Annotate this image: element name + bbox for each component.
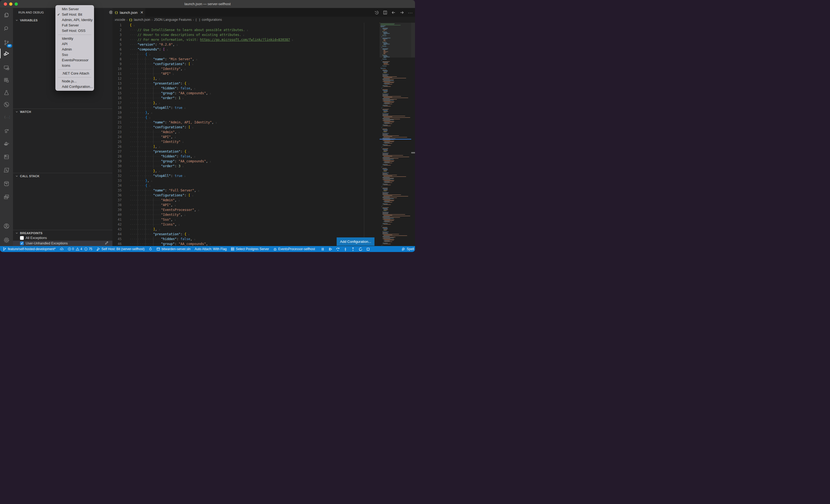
scrollbar-track[interactable] (411, 23, 415, 246)
window-panels-icon[interactable] (0, 192, 13, 202)
line-number[interactable]: 24 (113, 135, 122, 139)
menu-item[interactable]: ✓Self Host: Bit (55, 12, 94, 17)
postgresql-icon[interactable] (0, 178, 13, 189)
code-editor[interactable]: 1{ ↓2····//·Use·IntelliSense·to·learn·ab… (113, 23, 415, 246)
code-line[interactable]: 14················"hidden":·false, ↓ (113, 86, 415, 91)
code-line[interactable]: 31············}, ↓ (113, 169, 415, 173)
code-line[interactable]: 40················"Identity", ↓ (113, 212, 415, 217)
step-out-icon[interactable] (351, 247, 355, 251)
line-number[interactable]: 2 (113, 28, 122, 32)
code-line[interactable]: 34········{ ↓ (113, 183, 415, 188)
code-line[interactable]: 33········}, ↓ (113, 178, 415, 183)
extensions-icon[interactable] (0, 75, 13, 86)
menu-item[interactable]: Icons (55, 63, 94, 68)
breakpoint-all-exceptions[interactable]: All Exceptions (13, 235, 113, 241)
line-number[interactable]: 29 (113, 159, 122, 164)
line-number[interactable]: 4 (113, 37, 122, 42)
line-number[interactable]: 23 (113, 130, 122, 135)
line-number[interactable]: 31 (113, 169, 122, 173)
restart-icon[interactable] (358, 247, 362, 251)
line-number[interactable]: 42 (113, 222, 122, 227)
timeline-history-icon[interactable] (375, 10, 379, 15)
checkbox-unchecked[interactable] (20, 236, 24, 240)
code-line[interactable]: 8············"name":·"Min·Server", ↓ (113, 57, 415, 62)
container-box-icon[interactable] (0, 152, 13, 162)
menu-item[interactable]: Sso (55, 52, 94, 58)
code-line[interactable]: 41················"Sso", ↓ (113, 217, 415, 222)
code-line[interactable]: 17············}, ↓ (113, 100, 415, 105)
line-number[interactable]: 5 (113, 42, 122, 47)
code-line[interactable]: 37················"Admin", ↓ (113, 198, 415, 203)
line-number[interactable]: 7 (113, 52, 122, 57)
more-actions-icon[interactable]: ··· (408, 10, 413, 15)
code-line[interactable]: 21············"name":·"Admin,·API,·Ident… (113, 120, 415, 125)
menu-item[interactable]: EventsProcessor (55, 58, 94, 63)
code-line[interactable]: 3····//·Hover·to·view·descriptions·of·ex… (113, 32, 415, 37)
line-number[interactable]: 35 (113, 188, 122, 193)
code-line[interactable]: 16················"order":·1 ↓ (113, 96, 415, 100)
accounts-icon[interactable] (0, 221, 13, 232)
code-line[interactable]: 43············], ↓ (113, 227, 415, 232)
menu-item[interactable]: API (55, 41, 94, 47)
line-number[interactable]: 13 (113, 81, 122, 86)
line-number[interactable]: 21 (113, 120, 122, 125)
navigate-forward-icon[interactable] (400, 10, 404, 15)
split-editor-icon[interactable] (383, 10, 387, 15)
remote-explorer-icon[interactable] (0, 62, 13, 73)
step-over-icon[interactable] (336, 247, 340, 251)
code-line[interactable]: 36············"configurations":·[ ↓ (113, 193, 415, 198)
menu-item[interactable]: Add Configuration... (55, 84, 94, 90)
edit-pencil-icon[interactable] (104, 241, 108, 246)
braces-extension-icon[interactable]: {..} (0, 111, 13, 122)
checkbox-checked[interactable]: ✓ (20, 241, 24, 245)
code-line[interactable]: 11················"API" ↓ (113, 71, 415, 76)
close-tab-icon[interactable]: ✕ (140, 10, 143, 14)
code-line[interactable]: 26············], ↓ (113, 144, 415, 149)
watch-section-header[interactable]: WATCH (13, 109, 113, 114)
add-configuration-button[interactable]: Add Configuration... (337, 237, 375, 246)
docker-icon[interactable] (0, 138, 13, 149)
menu-item[interactable]: Self Host: OSS (55, 28, 94, 33)
line-number[interactable]: 38 (113, 203, 122, 207)
step-into-icon[interactable] (343, 247, 347, 251)
testing-icon[interactable] (0, 87, 13, 98)
code-line[interactable]: 27············"presentation":·{ ↓ (113, 149, 415, 154)
auto-attach-item[interactable]: Auto Attach: With Flag (195, 247, 227, 251)
line-number[interactable]: 12 (113, 76, 122, 81)
line-number[interactable]: 11 (113, 71, 122, 76)
breadcrumb-provider[interactable]: JSON Language Features (154, 18, 192, 22)
line-number[interactable]: 30 (113, 164, 122, 169)
problems-item[interactable]: 0 4 75 (68, 247, 92, 251)
code-line[interactable]: 7········{ ↓ (113, 52, 415, 57)
line-number[interactable]: 17 (113, 100, 122, 105)
line-number[interactable]: 20 (113, 115, 122, 120)
powershell-icon[interactable] (0, 165, 13, 175)
navigate-back-icon[interactable] (391, 10, 396, 15)
line-number[interactable]: 37 (113, 198, 122, 203)
git-graph-icon[interactable] (0, 99, 13, 110)
source-control-icon[interactable]: 47 (0, 37, 13, 48)
code-line[interactable]: 24················"API", ↓ (113, 135, 415, 139)
code-line[interactable]: 28················"hidden":·false, ↓ (113, 154, 415, 159)
breadcrumb-symbol[interactable]: configurations (202, 18, 222, 22)
spell-checker-item[interactable]: Spell (402, 247, 414, 251)
explorer-icon[interactable] (0, 10, 13, 21)
flame-item[interactable] (149, 247, 152, 251)
run-and-debug-icon[interactable] (0, 48, 13, 59)
code-line[interactable]: 12············], ↓ (113, 76, 415, 81)
line-number[interactable]: 39 (113, 207, 122, 212)
line-number[interactable]: 16 (113, 96, 122, 100)
search-icon[interactable] (0, 23, 13, 34)
code-line[interactable]: 29················"group":·"AA_compounds… (113, 159, 415, 164)
code-line[interactable]: 30················"order":·3 ↓ (113, 164, 415, 169)
line-number[interactable]: 10 (113, 66, 122, 71)
line-number[interactable]: 9 (113, 62, 122, 66)
code-line[interactable]: 4····//·For·more·information,·visit:·htt… (113, 37, 415, 42)
code-line[interactable]: 39················"EventsProcessor", ↓ (113, 207, 415, 212)
line-number[interactable]: 40 (113, 212, 122, 217)
menu-item[interactable]: Identity (55, 36, 94, 41)
line-number[interactable]: 41 (113, 217, 122, 222)
line-number[interactable]: 8 (113, 57, 122, 62)
code-line[interactable]: 5····"version":·"0.2.0", ↓ (113, 42, 415, 47)
code-line[interactable]: 1{ ↓ (113, 23, 415, 28)
